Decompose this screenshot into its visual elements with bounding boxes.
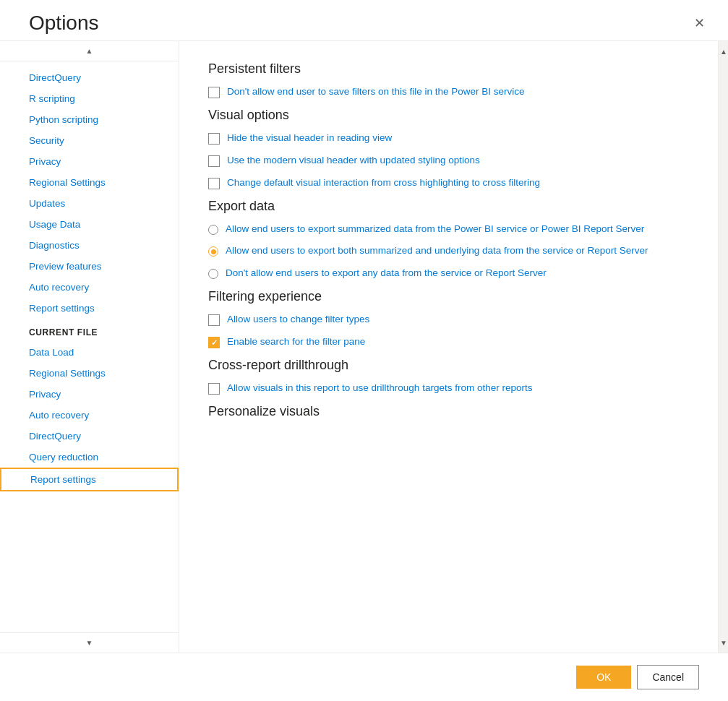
sidebar-item-report-settings[interactable]: Report settings [0, 468, 179, 491]
current-file-header: CURRENT FILE [0, 319, 179, 342]
section-heading-export-data: Export data [208, 199, 689, 214]
main-scroll-up-btn[interactable]: ▲ [719, 41, 728, 61]
option-row-opt-hide-header: Hide the visual header in reading view [208, 132, 689, 145]
section-filtering-experience: Filtering experienceAllow users to chang… [208, 289, 689, 349]
close-button[interactable]: ✕ [688, 14, 711, 33]
sidebar-item-updates[interactable]: Updates [0, 193, 179, 214]
sidebar-item-query-reduction[interactable]: Query reduction [0, 447, 179, 468]
option-row-opt-cross-filter: Change default visual interaction from c… [208, 176, 689, 190]
option-row-opt-persistent: Don't allow end user to save filters on … [208, 85, 689, 99]
sidebar: ▲ DirectQueryR scriptingPython scripting… [0, 41, 179, 653]
sidebar-item-security[interactable]: Security [0, 130, 179, 151]
sidebar-scroll-area: DirectQueryR scriptingPython scriptingSe… [0, 61, 179, 632]
option-row-opt-filter-search: Enable search for the filter pane [208, 335, 689, 349]
sidebar-item-privacy[interactable]: Privacy [0, 151, 179, 172]
sidebar-scroll-up[interactable]: ▲ [0, 41, 179, 61]
sidebar-item-preview-features[interactable]: Preview features [0, 256, 179, 277]
sidebar-item-directquery[interactable]: DirectQuery [0, 67, 179, 88]
opt-export-both-radio[interactable] [208, 246, 218, 257]
sidebar-item-usage-data[interactable]: Usage Data [0, 214, 179, 235]
option-row-opt-modern-header: Use the modern visual header with update… [208, 154, 689, 168]
opt-modern-header-checkbox[interactable] [208, 155, 220, 167]
options-dialog: Options ✕ ▲ DirectQueryR scriptingPython… [0, 0, 728, 701]
ok-button[interactable]: OK [576, 666, 631, 689]
section-heading-personalize-visuals: Personalize visuals [208, 404, 689, 419]
dialog-footer: OK Cancel [0, 653, 728, 701]
sidebar-item-r-scripting[interactable]: R scripting [0, 88, 179, 109]
dialog-body: ▲ DirectQueryR scriptingPython scripting… [0, 40, 728, 653]
option-row-opt-export-none: Don't allow end users to export any data… [208, 267, 689, 280]
opt-filter-types-label[interactable]: Allow users to change filter types [227, 313, 369, 327]
section-cross-report: Cross-report drillthroughAllow visuals i… [208, 358, 689, 395]
option-row-opt-drillthrough: Allow visuals in this report to use dril… [208, 382, 689, 395]
sidebar-item-data-load[interactable]: Data Load [0, 342, 179, 363]
sidebar-item-auto-recovery[interactable]: Auto recovery [0, 277, 179, 298]
section-visual-options: Visual optionsHide the visual header in … [208, 108, 689, 190]
main-scroll-down-btn[interactable]: ▼ [719, 632, 728, 653]
main-scroll-arrows: ▲ ▼ [718, 41, 728, 653]
opt-export-none-label[interactable]: Don't allow end users to export any data… [226, 267, 547, 280]
main-scroll-area: Persistent filtersDon't allow end user t… [179, 41, 718, 653]
opt-export-summarized-label[interactable]: Allow end users to export summarized dat… [226, 223, 644, 236]
section-heading-cross-report: Cross-report drillthrough [208, 358, 689, 373]
section-heading-persistent-filters: Persistent filters [208, 61, 689, 77]
section-heading-visual-options: Visual options [208, 108, 689, 123]
opt-drillthrough-label[interactable]: Allow visuals in this report to use dril… [227, 382, 532, 395]
main-area: Persistent filtersDon't allow end user t… [179, 41, 728, 653]
opt-filter-search-label[interactable]: Enable search for the filter pane [227, 335, 365, 349]
section-persistent-filters: Persistent filtersDon't allow end user t… [208, 61, 689, 99]
section-heading-filtering-experience: Filtering experience [208, 289, 689, 304]
opt-persistent-label[interactable]: Don't allow end user to save filters on … [227, 85, 525, 99]
section-personalize-visuals: Personalize visuals [208, 404, 689, 419]
opt-export-both-label[interactable]: Allow end users to export both summarize… [226, 244, 648, 258]
sidebar-item-regional-settings[interactable]: Regional Settings [0, 172, 179, 193]
option-row-opt-export-summarized: Allow end users to export summarized dat… [208, 223, 689, 236]
section-export-data: Export dataAllow end users to export sum… [208, 199, 689, 281]
opt-drillthrough-checkbox[interactable] [208, 383, 220, 395]
sidebar-item-python-scripting[interactable]: Python scripting [0, 109, 179, 130]
opt-filter-types-checkbox[interactable] [208, 314, 220, 326]
sidebar-item-diagnostics[interactable]: Diagnostics [0, 235, 179, 256]
dialog-title: Options [29, 12, 99, 35]
option-row-opt-filter-types: Allow users to change filter types [208, 313, 689, 327]
sidebar-item-privacy-cf[interactable]: Privacy [0, 384, 179, 405]
sidebar-item-regional-settings-cf[interactable]: Regional Settings [0, 363, 179, 384]
title-bar: Options ✕ [0, 0, 728, 40]
opt-export-none-radio[interactable] [208, 269, 218, 279]
sidebar-item-auto-recovery-cf[interactable]: Auto recovery [0, 405, 179, 426]
sidebar-scroll-down[interactable]: ▼ [0, 632, 179, 653]
opt-cross-filter-checkbox[interactable] [208, 178, 220, 189]
option-row-opt-export-both: Allow end users to export both summarize… [208, 244, 689, 258]
opt-export-summarized-radio[interactable] [208, 225, 218, 235]
opt-persistent-checkbox[interactable] [208, 87, 220, 98]
sidebar-item-report-settings-global[interactable]: Report settings [0, 298, 179, 319]
opt-hide-header-checkbox[interactable] [208, 133, 220, 145]
cancel-button[interactable]: Cancel [637, 665, 699, 689]
opt-modern-header-label[interactable]: Use the modern visual header with update… [227, 154, 480, 168]
opt-filter-search-checkbox[interactable] [208, 337, 220, 348]
opt-hide-header-label[interactable]: Hide the visual header in reading view [227, 132, 392, 145]
opt-cross-filter-label[interactable]: Change default visual interaction from c… [227, 176, 540, 190]
sidebar-item-directquery-cf[interactable]: DirectQuery [0, 426, 179, 447]
